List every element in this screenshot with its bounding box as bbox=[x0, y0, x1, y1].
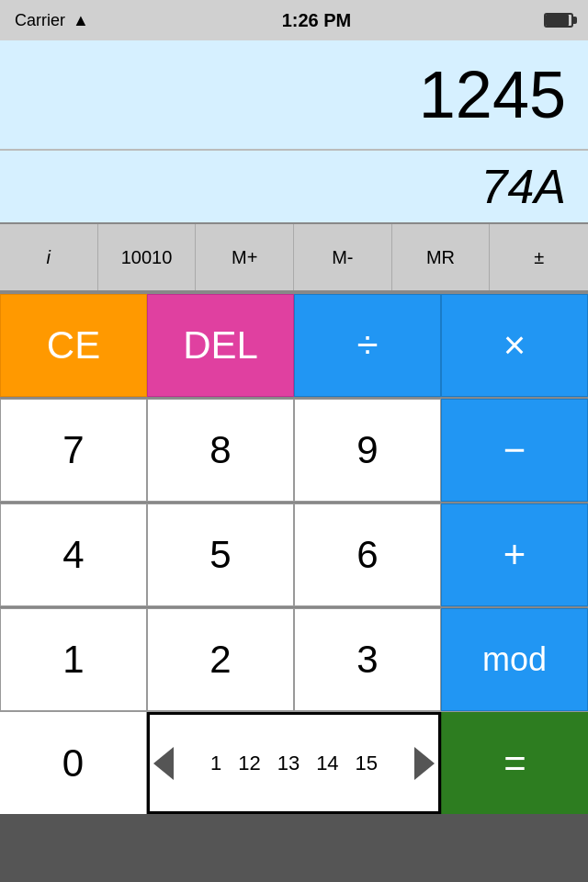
time-label: 1:26 PM bbox=[282, 10, 352, 31]
secondary-value: 74A bbox=[481, 159, 566, 214]
five-button[interactable]: 5 bbox=[147, 503, 294, 606]
action-row: CE DEL ÷ × bbox=[0, 292, 588, 397]
three-button[interactable]: 3 bbox=[294, 608, 441, 711]
del-button[interactable]: DEL bbox=[147, 294, 294, 397]
four-button[interactable]: 4 bbox=[0, 503, 147, 606]
subtract-button[interactable]: − bbox=[441, 399, 588, 502]
wifi-icon: ▲ bbox=[73, 11, 89, 30]
plus-minus-button[interactable]: ± bbox=[490, 224, 588, 290]
status-bar: Carrier ▲ 1:26 PM bbox=[0, 0, 588, 40]
scroll-selector[interactable]: 1 12 13 14 15 bbox=[147, 712, 441, 814]
m-minus-button[interactable]: M- bbox=[294, 224, 392, 290]
memory-row: i 10010 M+ M- MR ± bbox=[0, 224, 588, 292]
eight-button[interactable]: 8 bbox=[147, 399, 294, 502]
equals-button[interactable]: = bbox=[441, 712, 588, 814]
one-button[interactable]: 1 bbox=[0, 608, 147, 711]
calculator: 1245 74A i 10010 M+ M- MR ± CE DEL ÷ × 7… bbox=[0, 40, 588, 814]
battery-icon bbox=[544, 13, 573, 28]
ce-button[interactable]: CE bbox=[0, 294, 147, 397]
add-button[interactable]: + bbox=[441, 503, 588, 606]
mod-button[interactable]: mod bbox=[441, 608, 588, 711]
row-123: 1 2 3 mod bbox=[0, 606, 588, 711]
divide-button[interactable]: ÷ bbox=[294, 294, 441, 397]
nine-button[interactable]: 9 bbox=[294, 399, 441, 502]
binary-button[interactable]: 10010 bbox=[98, 224, 197, 290]
m-plus-button[interactable]: M+ bbox=[196, 224, 294, 290]
bottom-row: 0 1 12 13 14 15 = bbox=[0, 711, 588, 814]
status-right bbox=[544, 13, 573, 28]
row-789: 7 8 9 − bbox=[0, 397, 588, 502]
six-button[interactable]: 6 bbox=[294, 503, 441, 606]
main-display: 1245 bbox=[0, 40, 588, 151]
mr-button[interactable]: MR bbox=[392, 224, 491, 290]
row-456: 4 5 6 + bbox=[0, 502, 588, 606]
zero-button[interactable]: 0 bbox=[0, 712, 147, 814]
seven-button[interactable]: 7 bbox=[0, 399, 147, 502]
status-left: Carrier ▲ bbox=[15, 11, 89, 30]
two-button[interactable]: 2 bbox=[147, 608, 294, 711]
main-value: 1245 bbox=[419, 57, 566, 132]
secondary-display: 74A bbox=[0, 151, 588, 224]
carrier-label: Carrier bbox=[15, 11, 65, 30]
scroll-numbers: 1 12 13 14 15 bbox=[177, 752, 411, 775]
info-button[interactable]: i bbox=[0, 224, 98, 290]
multiply-button[interactable]: × bbox=[441, 294, 588, 397]
